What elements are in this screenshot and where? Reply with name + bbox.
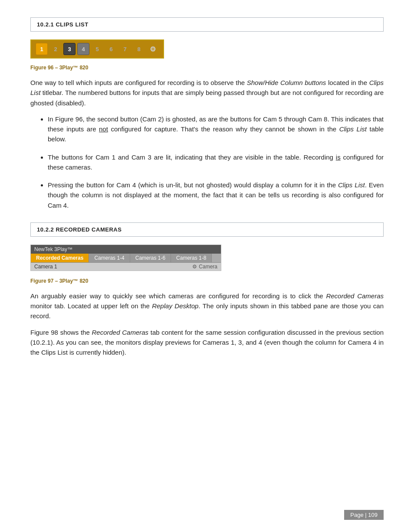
section1-body1: One way to tell which inputs are configu… <box>30 78 384 108</box>
page-footer: Page | 109 <box>344 510 384 520</box>
settings-icon: ⚙ <box>192 264 197 270</box>
section1-bullet-list: In Figure 96, the second button (Cam 2) … <box>48 114 384 210</box>
page: 10.2.1 CLIPS LIST 1 2 3 4 5 6 7 8 ⚙ <box>0 0 414 532</box>
cam-btn-3[interactable]: 3 <box>63 43 76 55</box>
rec-cam-row: Camera 1 ⚙ Camera <box>31 263 221 271</box>
cam-btn-8[interactable]: 8 <box>133 43 145 55</box>
section-title-1: 10.2.1 CLIPS LIST <box>37 21 89 28</box>
cam-btn-5[interactable]: 5 <box>91 43 103 55</box>
camera-right-label: Camera <box>199 264 217 270</box>
camera-1-label: Camera 1 <box>34 264 57 270</box>
settings-btn[interactable]: ⚙ <box>147 43 159 55</box>
section-recorded-cameras: 10.2.2 RECORDED CAMERAS NewTek 3Play™ Re… <box>30 223 384 358</box>
cam-btn-1[interactable]: 1 <box>36 43 48 55</box>
tab-cameras-1-4[interactable]: Cameras 1-4 <box>89 254 130 262</box>
cam-btn-4[interactable]: 4 <box>77 43 89 55</box>
rec-cam-title-bar: NewTek 3Play™ <box>31 245 221 254</box>
section-title-2: 10.2.2 RECORDED CAMERAS <box>37 226 122 233</box>
figure-97-caption: Figure 97 – 3Play™ 820 <box>30 278 384 284</box>
rec-cam-tabs: Recorded Cameras Cameras 1-4 Cameras 1-6… <box>31 254 221 263</box>
cam-btn-2[interactable]: 2 <box>49 43 62 55</box>
tab-cameras-1-8[interactable]: Cameras 1-8 <box>171 254 212 262</box>
page-number: Page | 109 <box>350 512 378 518</box>
bullet-item-2: The buttons for Cam 1 and Cam 3 are lit,… <box>48 152 384 173</box>
section-heading-2: 10.2.2 RECORDED CAMERAS <box>30 223 384 237</box>
bullet-item-1: In Figure 96, the second button (Cam 2) … <box>48 114 384 144</box>
figure-96-caption: Figure 96 – 3Play™ 820 <box>30 65 384 71</box>
section2-body1: An arguably easier way to quickly see wh… <box>30 291 384 321</box>
tab-cameras-1-6[interactable]: Cameras 1-6 <box>130 254 171 262</box>
tab-recorded-cameras[interactable]: Recorded Cameras <box>31 254 89 262</box>
figure-97-area: NewTek 3Play™ Recorded Cameras Cameras 1… <box>30 245 384 274</box>
clips-list-bar: 1 2 3 4 5 6 7 8 ⚙ <box>30 39 164 59</box>
cam-btn-7[interactable]: 7 <box>119 43 131 55</box>
rec-cam-figure: NewTek 3Play™ Recorded Cameras Cameras 1… <box>30 245 221 271</box>
cam-btn-6[interactable]: 6 <box>105 43 117 55</box>
figure-96-area: 1 2 3 4 5 6 7 8 ⚙ <box>30 39 384 61</box>
bullet-item-3: Pressing the button for Cam 4 (which is … <box>48 180 384 210</box>
section-heading-1: 10.2.1 CLIPS LIST <box>30 18 384 32</box>
section2-body2: Figure 98 shows the Recorded Cameras tab… <box>30 327 384 358</box>
cam-right-side: ⚙ Camera <box>192 264 217 270</box>
section-clips-list: 10.2.1 CLIPS LIST 1 2 3 4 5 6 7 8 ⚙ <box>30 18 384 210</box>
